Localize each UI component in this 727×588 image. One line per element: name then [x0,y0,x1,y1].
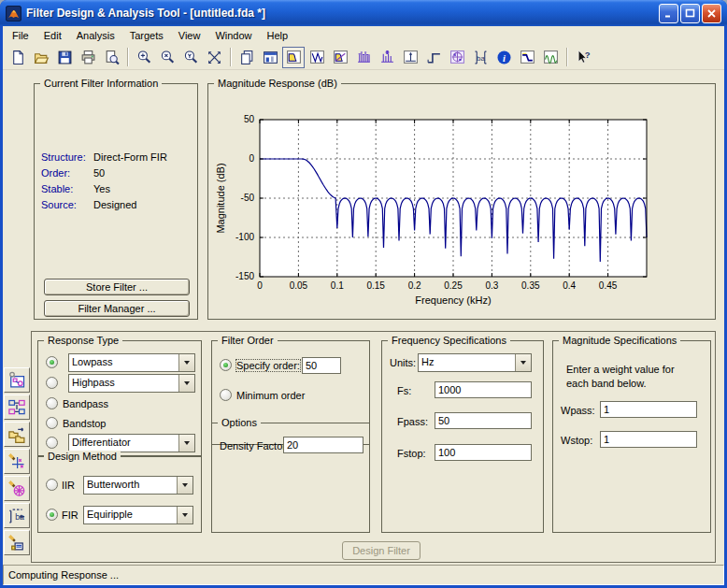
bandpass-label: Bandpass [63,398,108,409]
radio-minimum-order[interactable] [220,389,232,401]
svg-text:0.35: 0.35 [521,280,540,291]
save-session-button[interactable] [53,47,76,68]
zoom-x-button[interactable] [156,47,178,68]
filter-info-value: Designed [93,199,136,210]
print-button[interactable] [77,47,99,68]
new-session-icon [10,50,26,65]
quantization-panel-button[interactable] [4,476,30,501]
status-text: Computing Response ... [8,569,119,581]
units-combo[interactable]: Hz [418,353,532,372]
title-bar[interactable]: Filter Design & Analysis Tool - [untitle… [0,0,727,26]
radio-highpass[interactable] [46,377,58,389]
figure-window-button[interactable] [259,47,281,68]
fir-method-combo[interactable]: Equiripple [83,506,193,524]
phase-response-button[interactable] [306,47,328,68]
combo-arrow-icon[interactable] [178,354,194,371]
impulse-response-button[interactable] [399,47,421,68]
menu-file[interactable]: File [5,28,36,43]
svg-text:0.3: 0.3 [485,280,498,291]
transform-filter-panel-button[interactable] [4,367,30,393]
menu-targets[interactable]: Targets [122,28,171,43]
lowpass-combo[interactable]: Lowpass [68,353,195,372]
iir-method-combo[interactable]: Butterworth [83,476,193,495]
transform-filter-icon [7,371,26,390]
response-type-panel: Response Type Lowpass Highpass Bandpass … [37,340,202,456]
combo-arrow-icon[interactable] [177,477,192,494]
filter-info-value: 50 [93,167,105,179]
realize-model-panel-button[interactable] [4,530,30,555]
open-session-button[interactable] [30,47,52,68]
convert-structure-icon [7,425,26,444]
svg-text:0.45: 0.45 [599,280,618,291]
pole-zero-plot-button[interactable] [446,47,468,68]
design-filter-button[interactable]: Design Filter [342,541,421,560]
menu-help[interactable]: Help [260,28,296,43]
filter-specifications-button[interactable] [516,47,538,68]
svg-text:ba: ba [477,53,485,62]
multirate-filter-panel-button[interactable] [4,394,30,420]
filter-info-label: Stable: [41,183,73,194]
radio-fir[interactable] [46,509,58,521]
combo-arrow-icon[interactable] [178,375,194,392]
store-filter-button[interactable]: Store Filter ... [44,279,190,295]
fstop-label: Fstop: [397,448,426,459]
wstop-input[interactable] [600,431,697,448]
specify-order-input[interactable] [302,357,341,374]
step-response-button[interactable] [422,47,445,68]
print-preview-button[interactable] [100,47,122,68]
pole-zero-editor-icon [7,452,26,471]
copy-pages-button[interactable] [235,47,258,68]
differentiator-combo[interactable]: Differentiator [68,434,195,452]
combo-arrow-icon[interactable] [178,435,194,452]
combo-arrow-icon[interactable] [177,507,192,523]
full-view-button[interactable] [203,47,225,68]
filter-info-value: Yes [93,183,110,194]
new-session-button[interactable] [7,47,29,68]
magnitude-response-chart: 00.050.10.150.20.250.30.350.40.45500-50-… [208,84,715,318]
combo-arrow-icon[interactable] [515,354,531,371]
group-delay-button[interactable] [352,47,375,68]
spectral-mask-button[interactable] [539,47,562,68]
maximize-button[interactable] [680,4,700,23]
magnitude-specs-panel: Magnitude Specifications Enter a weight … [552,340,711,533]
radio-bandstop[interactable] [46,417,58,429]
close-button[interactable] [702,4,721,23]
radio-differentiator[interactable] [46,437,58,449]
minimize-button[interactable] [659,4,678,23]
filter-manager-button[interactable]: Filter Manager ... [44,300,190,317]
open-session-icon [34,50,50,65]
radio-specify-order[interactable] [220,359,232,371]
radio-iir[interactable] [46,479,58,491]
wpass-input[interactable] [600,401,697,418]
filter-coefficients-button[interactable]: ba [469,47,492,68]
menu-analysis[interactable]: Analysis [69,28,122,43]
fpass-input[interactable] [435,412,532,429]
pole-zero-plot-icon [449,50,465,65]
density-factor-input[interactable] [283,437,364,453]
filter-information-button[interactable]: i [492,47,515,68]
options-panel: Options Density Factor: [211,423,370,533]
pole-zero-editor-panel-button[interactable] [4,449,30,474]
menu-view[interactable]: View [171,28,208,43]
step-response-icon [426,50,442,65]
fir-label: FIR [62,509,78,521]
import-filter-panel-button[interactable]: ba [4,503,30,528]
svg-text:-100: -100 [235,232,254,242]
units-label: Units: [390,357,416,368]
fs-input[interactable] [435,381,532,398]
menu-edit[interactable]: Edit [36,28,69,43]
radio-bandpass[interactable] [46,397,58,409]
menu-window[interactable]: Window [207,28,259,43]
convert-structure-panel-button[interactable] [4,422,30,447]
window-controls [659,4,721,23]
magnitude-response-button[interactable] [282,47,305,68]
phase-delay-button[interactable] [376,47,398,68]
fstop-input[interactable] [435,444,532,461]
magnitude-phase-response-button[interactable] [329,47,351,68]
context-help-button[interactable]: ? [572,47,594,68]
realize-model-icon [7,534,26,552]
zoom-y-button[interactable] [179,47,202,68]
highpass-combo[interactable]: Highpass [68,374,195,393]
zoom-in-button[interactable] [133,47,155,68]
radio-lowpass[interactable] [46,356,58,368]
